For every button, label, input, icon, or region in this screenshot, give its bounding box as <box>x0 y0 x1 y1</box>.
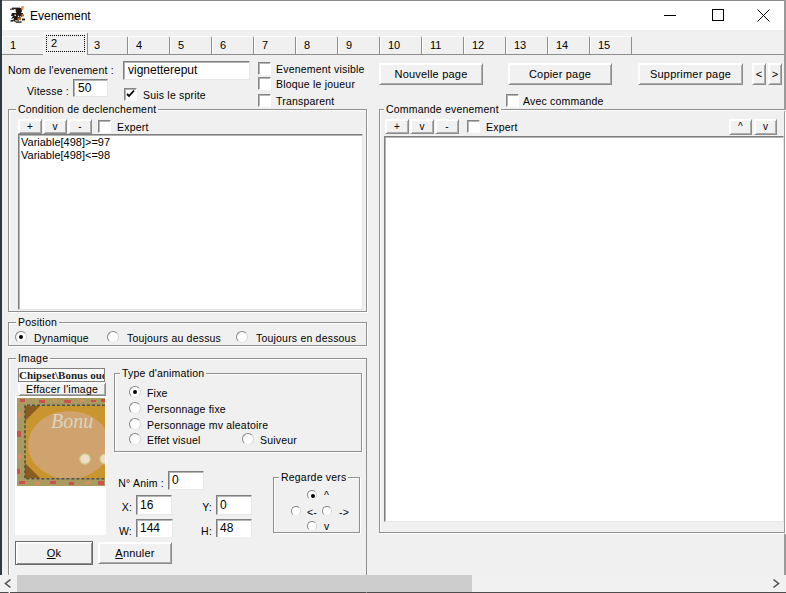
svg-text:Bonu: Bonu <box>51 410 93 432</box>
